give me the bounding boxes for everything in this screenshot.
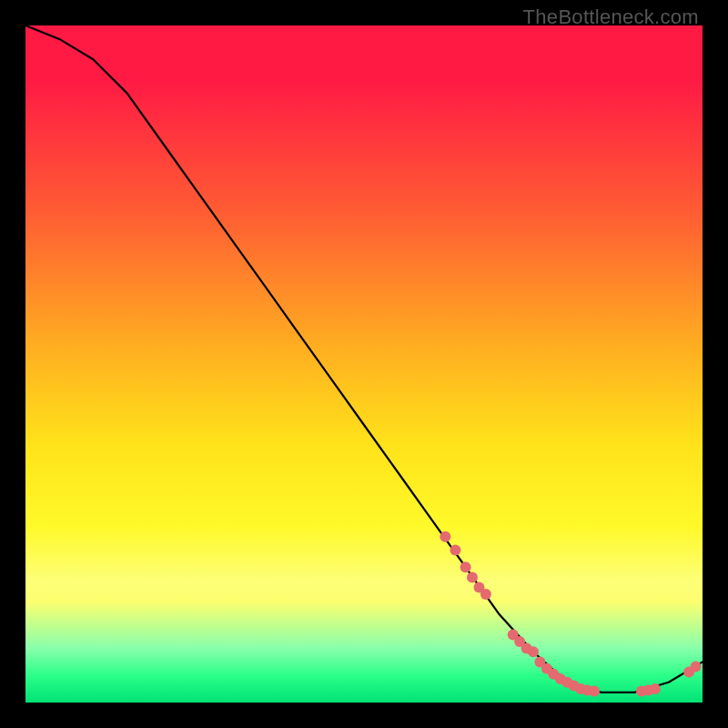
line-series: [25, 25, 703, 693]
data-point: [460, 561, 471, 572]
data-point: [589, 685, 600, 696]
data-point: [440, 531, 450, 542]
data-point: [650, 683, 661, 694]
plot-area: [25, 25, 703, 703]
scatter-series: [440, 531, 701, 697]
bottleneck-curve: [25, 25, 703, 693]
data-point: [450, 545, 460, 556]
data-point: [691, 662, 702, 672]
chart-svg: [25, 25, 703, 703]
data-point: [467, 571, 478, 582]
data-point: [480, 589, 491, 600]
chart-frame: TheBottleneck.com: [0, 0, 728, 728]
data-point: [528, 646, 539, 657]
